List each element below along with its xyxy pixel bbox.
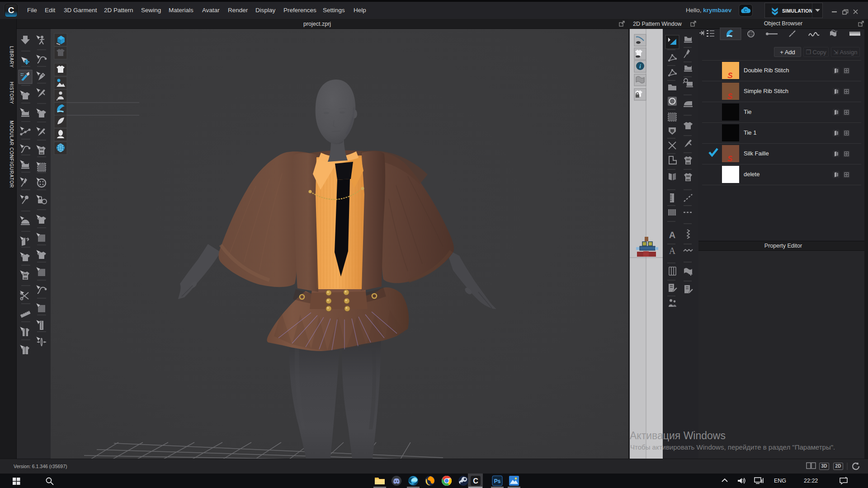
svg-text:C: C (473, 477, 478, 485)
svg-text:A: A (669, 230, 675, 240)
svg-text:C: C (744, 8, 747, 13)
svg-text:i: i (639, 63, 641, 70)
svg-text:Ps: Ps (494, 478, 501, 484)
svg-text:A: A (669, 246, 676, 256)
